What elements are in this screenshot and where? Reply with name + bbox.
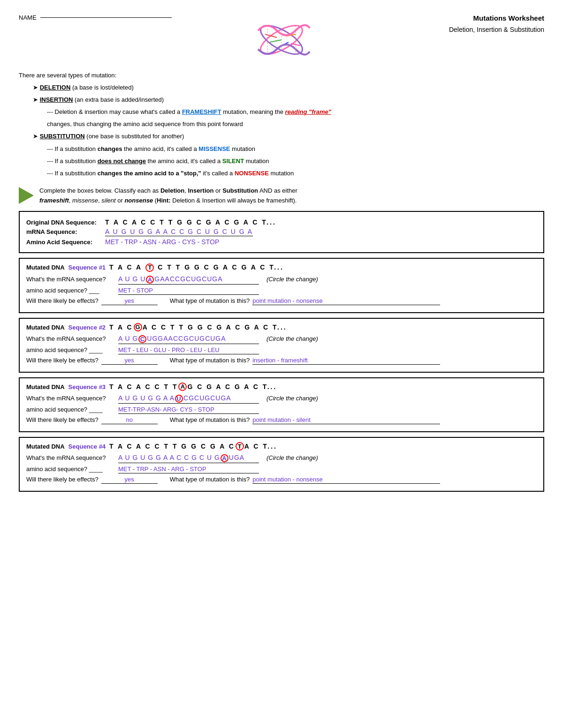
mutation1-mrna-row: What's the mRNA sequence? A U G UAGAACCG… [26,275,537,285]
mutation1-circle: T [145,263,154,272]
mutation4-effects-row: Will there likely be effects? yes What t… [26,476,537,484]
insertion-line: ➤ INSERTION (an extra base is added/inse… [33,95,544,105]
mutation3-mrna-circle: U [175,395,183,403]
mutation4-amino-row: amino acid sequence? ____ MET - TRP - AS… [26,465,537,473]
name-field: NAME [19,14,172,21]
intro-line1: There are several types of mutation: [19,70,544,81]
mutation4-mrna-circle: A [221,454,228,462]
mutation2-circle: G [134,323,142,331]
mutation4-circle: T [236,442,244,450]
substitution-line: ➤ SUBSTITUTION (one base is substituted … [33,131,544,142]
original-mrna-row: mRNA Sequence: A U G U G G A A C C G C U… [26,228,537,236]
svg-line-3 [270,40,282,42]
mutation4-box: Mutated DNA Sequence #4 T A C A C C T T … [19,437,544,492]
worksheet-title: Mutations Worksheet [449,14,544,22]
mutation2-header: Mutated DNA Sequence #2 T A CGA C C T T … [26,323,537,332]
header-right: Mutations Worksheet Deletion, Insertion … [449,14,544,33]
mutation2-effects-row: Will there likely be effects? yes What t… [26,357,537,365]
mutation4-header: Mutated DNA Sequence #4 T A C A C C T T … [26,443,537,451]
dna-helix-icon [251,16,312,63]
mutation2-mrna-circle: C [138,335,146,343]
mutation3-box: Mutated DNA Sequence #3 T A C A C C T TA… [19,377,544,432]
worksheet-subtitle: Deletion, Insertion & Substitution [449,26,544,33]
mutation3-amino-row: amino acid sequence? ____ MET-TRP-ASN- A… [26,406,537,414]
sub-line2: --- If a substitution does not change th… [47,156,544,166]
green-arrow-icon [19,187,34,204]
frameshift-end: changes, thus changing the amino acid se… [47,119,544,129]
sub-line1: --- If a substitution changes the amino … [47,144,544,154]
original-amino-row: Amino Acid Sequence: MET - TRP - ASN - A… [26,238,537,246]
intro-section: There are several types of mutation: ➤ D… [19,70,544,179]
mutation1-box: Mutated DNA Sequence #1 T A C A T C T T … [19,258,544,313]
mutation2-box: Mutated DNA Sequence #2 T A CGA C C T T … [19,318,544,373]
mutation4-mrna-row: What's the mRNA sequence? A U G U G G A … [26,454,537,463]
mutation1-header: Mutated DNA Sequence #1 T A C A T C T T … [26,263,537,272]
mutation3-mrna-row: What's the mRNA sequence? A U G U G G A … [26,394,537,404]
frameshift-line: --- Deletion & insertion may cause what'… [47,107,544,117]
mutation3-effects-row: Will there likely be effects? no What ty… [26,416,537,424]
mutation1-mrna-circle: A [146,276,154,284]
mutation2-amino-row: amino acid sequence? ____ MET - LEU - GL… [26,346,537,354]
deletion-line: ➤ DELETION (a base is lost/deleted) [33,83,544,93]
instructions-section: Complete the boxes below. Classify each … [19,186,544,206]
mutation3-circle: A [178,383,187,391]
mutation1-amino-row: amino acid sequence? ___ MET - STOP [26,287,537,295]
instruction-text: Complete the boxes below. Classify each … [39,186,297,206]
original-dna-row: Original DNA Sequence: T A C A C C T T G… [26,218,537,226]
sub-line3: --- If a substitution changes the amino … [47,168,544,179]
mutation3-header: Mutated DNA Sequence #3 T A C A C C T TA… [26,383,537,391]
mutation1-effects-row: Will there likely be effects? yes What t… [26,297,537,305]
mutation2-mrna-row: What's the mRNA sequence? A U GCUGGAACCG… [26,335,537,344]
original-dna-box: Original DNA Sequence: T A C A C C T T G… [19,211,544,253]
